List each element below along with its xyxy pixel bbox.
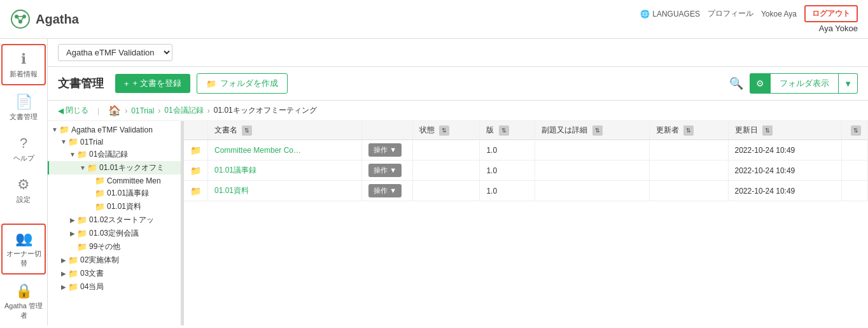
sort-name-icon[interactable]: ⇅ bbox=[242, 125, 252, 136]
col-extra: ⇅ bbox=[842, 121, 868, 140]
logout-button[interactable]: ログアウト bbox=[804, 5, 858, 22]
tree-toggle-startup: ▶ bbox=[68, 217, 77, 224]
search-button[interactable]: 🔍 bbox=[729, 76, 743, 90]
tree-node-meeting-records[interactable]: ▼ 📁 01会議記録 bbox=[48, 148, 181, 161]
sidebar-item-settings-label: 設定 bbox=[17, 195, 31, 204]
project-select[interactable]: Agatha eTMF Validation bbox=[58, 44, 172, 61]
breadcrumb-trial[interactable]: 01Trial bbox=[131, 106, 154, 115]
sidebar-item-admin[interactable]: 🔒 Agatha 管理者 bbox=[1, 277, 46, 325]
tree-toggle-root: ▼ bbox=[50, 126, 59, 133]
folder-icon: 📁 bbox=[68, 282, 78, 292]
table-row: 📁 Committee Member Co… 操作 ▼ 1.0 20 bbox=[184, 140, 868, 160]
row-name-1: Committee Member Co… bbox=[208, 140, 362, 160]
header-user: Yokoe Aya bbox=[761, 10, 797, 18]
add-document-button[interactable]: + + 文書を登録 bbox=[115, 74, 190, 93]
row-extra-2 bbox=[842, 160, 868, 181]
row-op-1: 操作 ▼ bbox=[362, 140, 413, 160]
header-top-row: 🌐 LANGUAGES プロフィール Yokoe Aya ログアウト bbox=[640, 5, 858, 22]
tree-node-committee[interactable]: 📁 Committee Men bbox=[48, 175, 181, 187]
folder-view-button[interactable]: フォルダ表示 bbox=[771, 73, 839, 94]
tree-node-root[interactable]: ▼ 📁 Agatha eTMF Validation bbox=[48, 124, 181, 136]
row-version-3: 1.0 bbox=[480, 181, 535, 201]
row-date-3: 2022-10-24 10:49 bbox=[728, 181, 841, 201]
sort-status-icon[interactable]: ⇅ bbox=[439, 125, 449, 136]
tree-node-kickoff[interactable]: ▼ 📁 01.01キックオフミ bbox=[48, 161, 181, 175]
main-layout: ℹ 新着情報 📄 文書管理 ? ヘルプ ⚙ 設定 👥 オーナー切替 🔒 Agat… bbox=[0, 39, 868, 325]
tree-toggle-01trial: ▼ bbox=[59, 138, 68, 145]
sort-subtitle-icon[interactable]: ⇅ bbox=[592, 125, 603, 136]
row-editor-2 bbox=[649, 160, 728, 181]
sidebar-item-docs[interactable]: 📄 文書管理 bbox=[1, 88, 46, 127]
tree-node-minutes[interactable]: 📁 01.01議事録 bbox=[48, 187, 181, 200]
globe-icon: 🌐 bbox=[640, 10, 650, 18]
tree-panel: ▼ 📁 Agatha eTMF Validation ▼ 📁 01Trial ▼… bbox=[48, 121, 181, 325]
folder-icon: 📁 bbox=[68, 269, 78, 278]
header-right: 🌐 LANGUAGES プロフィール Yokoe Aya ログアウト Aya Y… bbox=[640, 5, 858, 33]
sort-extra-icon[interactable]: ⇅ bbox=[851, 125, 861, 136]
folder-icon: 📁 bbox=[59, 125, 69, 134]
breadcrumb-current: 01.01キックオフミーティング bbox=[214, 105, 317, 116]
tree-node-startup[interactable]: ▶ 📁 01.02スタートアッ bbox=[48, 213, 181, 227]
tree-node-01trial[interactable]: ▼ 📁 01Trial bbox=[48, 136, 181, 148]
row-status-1 bbox=[413, 140, 480, 160]
sidebar-item-help[interactable]: ? ヘルプ bbox=[1, 129, 46, 168]
svg-line-6 bbox=[20, 17, 24, 22]
home-icon[interactable]: 🏠 bbox=[108, 104, 121, 117]
folder-icon: 📁 bbox=[95, 176, 105, 185]
tree-node-99[interactable]: 📁 99その他 bbox=[48, 240, 181, 253]
tree-label-materials: 01.01資料 bbox=[107, 201, 141, 212]
table-header: 文書名 ⇅ 状態 ⇅ 版 ⇅ bbox=[184, 121, 868, 140]
search-icon: 🔍 bbox=[729, 76, 743, 90]
row-name-2: 01.01議事録 bbox=[208, 160, 362, 181]
docs-icon: 📄 bbox=[15, 93, 32, 111]
sort-date-icon[interactable]: ⇅ bbox=[762, 125, 773, 136]
logo: Agatha bbox=[10, 9, 79, 29]
tree-toggle-kickoff: ▼ bbox=[78, 164, 87, 171]
row-subtitle-2 bbox=[535, 160, 649, 181]
tree-toggle-regular: ▶ bbox=[68, 230, 77, 237]
tree-toggle-03: ▶ bbox=[59, 270, 68, 277]
tree-node-04[interactable]: ▶ 📁 04当局 bbox=[48, 280, 181, 294]
col-op bbox=[362, 121, 413, 140]
gear-icon: ⚙ bbox=[15, 176, 32, 194]
help-icon: ? bbox=[15, 134, 32, 152]
op-button-3[interactable]: 操作 ▼ bbox=[368, 184, 402, 197]
row-status-2 bbox=[413, 160, 480, 181]
view-dropdown-button[interactable]: ▼ bbox=[839, 73, 858, 94]
split-pane: ▼ 📁 Agatha eTMF Validation ▼ 📁 01Trial ▼… bbox=[48, 121, 868, 325]
folder-icon: 📁 bbox=[77, 242, 87, 252]
language-selector[interactable]: 🌐 LANGUAGES bbox=[640, 10, 700, 18]
op-button-1[interactable]: 操作 ▼ bbox=[368, 143, 402, 157]
tree-node-materials[interactable]: 📁 01.01資料 bbox=[48, 200, 181, 213]
tree-toggle-meeting-records: ▼ bbox=[68, 151, 77, 158]
sort-editor-icon[interactable]: ⇅ bbox=[683, 125, 694, 136]
profile-link[interactable]: プロフィール bbox=[708, 8, 753, 19]
tree-label-04: 04当局 bbox=[80, 282, 104, 292]
col-subtitle: 副題又は詳細 ⇅ bbox=[535, 121, 649, 140]
folder-icon: 📁 bbox=[95, 189, 105, 198]
folder-add-icon: 📁 bbox=[206, 79, 216, 89]
sort-version-icon[interactable]: ⇅ bbox=[499, 125, 509, 136]
breadcrumb-meeting-records[interactable]: 01会議記録 bbox=[164, 105, 203, 116]
row-status-3 bbox=[413, 181, 480, 201]
tree-node-02[interactable]: ▶ 📁 02実施体制 bbox=[48, 253, 181, 267]
tree-node-regular[interactable]: ▶ 📁 01.03定例会議 bbox=[48, 227, 181, 240]
tree-label-regular: 01.03定例会議 bbox=[89, 228, 139, 239]
sidebar-item-settings[interactable]: ⚙ 設定 bbox=[1, 171, 46, 210]
sidebar-item-owner-label: オーナー切替 bbox=[5, 249, 42, 268]
back-button[interactable]: ◀ 閉じる bbox=[58, 105, 88, 116]
view-controls: ⚙ フォルダ表示 ▼ bbox=[750, 73, 858, 94]
create-folder-button[interactable]: 📁 フォルダを作成 bbox=[197, 73, 288, 94]
sidebar-item-owner[interactable]: 👥 オーナー切替 bbox=[1, 224, 46, 275]
sidebar-item-info[interactable]: ℹ 新着情報 bbox=[1, 44, 46, 85]
row-version-1: 1.0 bbox=[480, 140, 535, 160]
tree-label-startup: 01.02スタートアッ bbox=[89, 215, 154, 225]
tree-node-03[interactable]: ▶ 📁 03文書 bbox=[48, 267, 181, 280]
file-table-wrap: 文書名 ⇅ 状態 ⇅ 版 ⇅ bbox=[184, 121, 868, 325]
project-selector: Agatha eTMF Validation bbox=[48, 39, 868, 67]
op-button-2[interactable]: 操作 ▼ bbox=[368, 164, 402, 177]
row-op-3: 操作 ▼ bbox=[362, 181, 413, 201]
sidebar: ℹ 新着情報 📄 文書管理 ? ヘルプ ⚙ 設定 👥 オーナー切替 🔒 Agat… bbox=[0, 39, 48, 325]
breadcrumb: ◀ 閉じる | 🏠 › 01Trial › 01会議記録 › 01.01キックオ… bbox=[48, 101, 868, 121]
settings-button[interactable]: ⚙ bbox=[750, 73, 771, 94]
